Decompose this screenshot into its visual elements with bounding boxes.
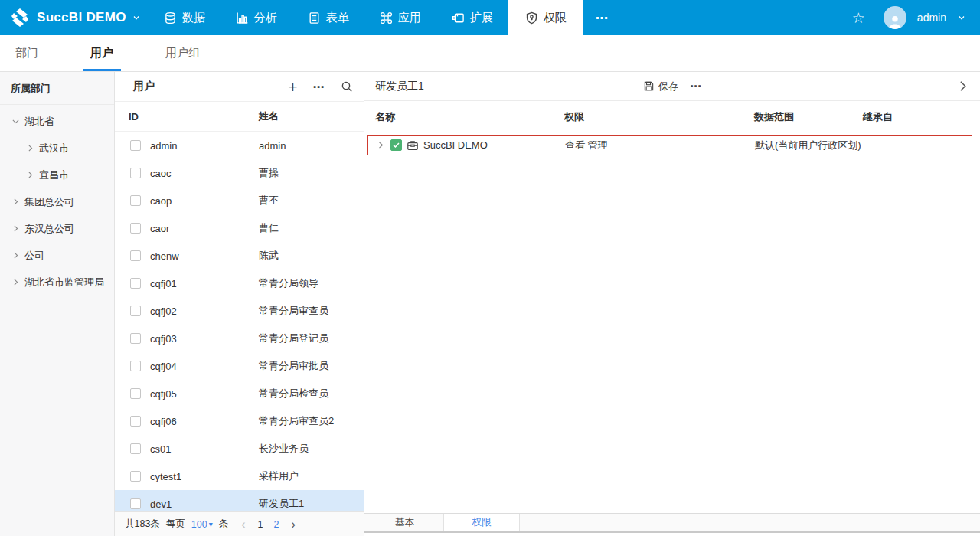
nav-item-extensions[interactable]: 扩展 [436,0,508,35]
avatar[interactable] [884,6,906,29]
user-row[interactable]: cqfj03常青分局登记员 [115,325,364,352]
nav-item-forms[interactable]: 表单 [292,0,364,35]
chevron-right-icon[interactable] [24,170,35,181]
column-header-name[interactable]: 姓名 [259,109,279,123]
username-label[interactable]: admin [917,11,946,24]
users-panel: 用户 + ⋯ ID 姓名 adminadmincaoc曹操caop曹丕caor曹… [115,72,364,536]
nav-item-data[interactable]: 数据 [149,0,220,35]
tree-item-label: 宜昌市 [39,168,69,182]
search-icon[interactable] [341,80,353,93]
tab-permissions[interactable]: 权限 [443,514,520,531]
topbar-right: ☆ admin [844,0,980,35]
user-row[interactable]: chenw陈武 [115,242,364,270]
prev-page-button[interactable]: ‹ [241,518,245,531]
chevron-right-icon[interactable] [10,277,21,288]
row-checkbox[interactable] [130,443,141,454]
nav-item-permissions[interactable]: 权限 [508,0,583,35]
detail-more-button[interactable]: ⋯ [690,80,703,93]
tree-item[interactable]: 湖北省 [0,108,114,135]
row-checkbox[interactable] [130,278,141,289]
user-row[interactable]: cqfj06常青分局审查员2 [115,407,364,435]
tree-item-label: 东汉总公司 [24,222,74,236]
permission-row-highlighted[interactable]: SuccBI DEMO 查看 管理 默认(当前用户行政区划) [368,135,972,155]
user-row[interactable]: cqfj02常青分局审查员 [115,297,364,325]
user-row[interactable]: adminadmin [115,132,364,159]
chevron-right-icon[interactable] [10,197,21,208]
nav-item-apps[interactable]: 应用 [364,0,436,35]
tree-item[interactable]: 集团总公司 [0,188,114,215]
bar-chart-icon [236,11,249,25]
row-checkbox-checked[interactable] [390,139,402,151]
users-more-button[interactable]: ⋯ [313,81,326,93]
user-id: caor [150,223,259,234]
user-row[interactable]: dev1研发员工1 [115,490,364,511]
user-id: cqfj05 [150,388,259,400]
nav-item-analysis[interactable]: 分析 [220,0,292,35]
save-button[interactable]: 保存 [643,80,678,93]
row-checkbox[interactable] [130,168,141,178]
user-row[interactable]: caor曹仁 [115,214,364,242]
user-row[interactable]: cytest1采样用户 [115,462,364,490]
chevron-down-icon[interactable] [10,116,21,127]
chevron-right-icon[interactable] [10,250,21,261]
user-row[interactable]: cqfj01常青分局领导 [115,270,364,297]
add-user-button[interactable]: + [288,79,297,95]
row-checkbox[interactable] [130,416,141,427]
row-checkbox[interactable] [130,306,141,316]
user-row[interactable]: caoc曹操 [115,159,364,187]
favorite-star-icon[interactable]: ☆ [844,11,873,25]
tab-user-groups[interactable]: 用户组 [162,35,203,71]
chevron-right-icon[interactable] [10,224,21,234]
chevron-right-icon[interactable] [24,143,35,154]
column-header-permission[interactable]: 权限 [564,110,754,124]
next-page-button[interactable]: › [291,518,295,531]
expand-panel-button[interactable] [956,80,969,93]
detail-header: 研发员工1 保存 ⋯ [364,72,980,101]
chevron-down-icon[interactable] [957,13,966,22]
user-name: 常青分局审查员 [259,304,328,318]
succbi-logo-icon [9,7,31,28]
user-row[interactable]: cqfj04常青分局审批员 [115,352,364,380]
page-number-2[interactable]: 2 [274,519,279,530]
row-checkbox[interactable] [130,361,141,371]
row-checkbox[interactable] [130,498,141,509]
tab-users[interactable]: 用户 [87,35,116,71]
user-name: 常青分局审批员 [259,359,328,373]
nav-label: 权限 [544,11,567,25]
users-panel-title: 用户 [133,80,155,93]
brand[interactable]: SuccBI DEMO [0,0,141,35]
tab-basic[interactable]: 基本 [367,514,443,531]
page-size-caret-icon[interactable]: ▾ [209,520,213,528]
per-page-label: 每页 [166,518,185,531]
tree-item[interactable]: 武汉市 [0,135,114,162]
row-checkbox[interactable] [130,471,141,482]
tab-departments[interactable]: 部门 [12,35,41,71]
tree-item[interactable]: 公司 [0,242,114,269]
topbar-more-button[interactable]: ⋯ [583,0,622,35]
expand-row-chevron-icon[interactable] [376,140,386,150]
tree-item[interactable]: 宜昌市 [0,162,114,188]
column-header-id[interactable]: ID [129,111,259,123]
column-header-data-scope[interactable]: 数据范围 [754,110,863,124]
user-row[interactable]: cs01长沙业务员 [115,435,364,462]
user-name: 采样用户 [259,469,299,483]
user-id: dev1 [150,498,259,510]
user-row[interactable]: caop曹丕 [115,187,364,214]
column-header-name[interactable]: 名称 [375,110,564,124]
user-name: 曹仁 [259,221,279,235]
tree-item[interactable]: 东汉总公司 [0,215,114,242]
row-checkbox[interactable] [130,140,141,151]
row-checkbox[interactable] [130,195,141,206]
page-number-1[interactable]: 1 [258,519,263,530]
row-checkbox[interactable] [130,388,141,399]
page-size-select[interactable]: 100 [191,519,207,530]
row-checkbox[interactable] [130,223,141,234]
column-header-inherited-from[interactable]: 继承自 [863,110,980,124]
tree-item[interactable]: 湖北省市监管理局 [0,269,114,296]
users-column-headers: ID 姓名 [115,102,364,132]
nav-label: 数据 [182,11,205,25]
row-checkbox[interactable] [130,250,141,261]
chevron-down-icon[interactable] [132,13,141,22]
row-checkbox[interactable] [130,333,141,344]
user-row[interactable]: cqfj05常青分局检查员 [115,380,364,407]
